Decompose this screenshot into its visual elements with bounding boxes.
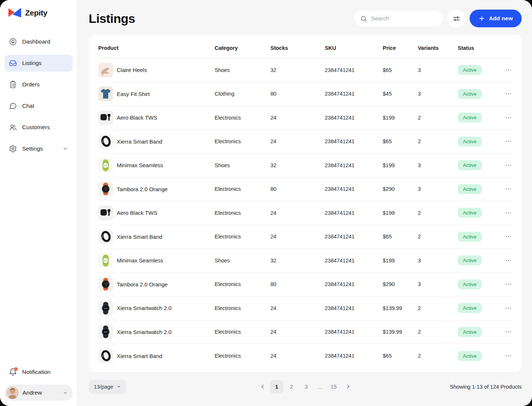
ellipsis-icon [505,90,512,97]
table-row[interactable]: Xierra Smart Band Electronics 24 2384741… [98,130,512,154]
tambora-orange-image [98,182,113,196]
table-row[interactable]: Tambora 2.0 Orange Electronics 80 238474… [98,273,512,297]
search-icon [360,15,367,22]
row-actions-button[interactable] [497,209,512,217]
ellipsis-icon [505,209,512,217]
ellipsis-icon [505,185,512,193]
table-row[interactable]: Tambora 2.0 Orange Electronics 80 238474… [98,178,512,202]
aero-black-tws-image [98,206,113,220]
notification-button[interactable]: Notification [4,365,73,379]
ellipsis-icon [505,66,512,74]
category-cell: Electronics [215,138,270,144]
variants-cell: 3 [418,258,458,264]
table-header-row: Product Category Stocks SKU Price Varian… [98,38,512,58]
page-button-15[interactable]: 15 [327,380,340,393]
settings-icon [9,145,17,153]
avatar [6,386,19,399]
per-page-select[interactable]: 13/page [89,380,126,394]
pagination-bar: 13/page 123...15 Showing 1-13 of 124 Pro… [89,372,522,402]
previous-page-button[interactable] [256,381,269,393]
page-button-2[interactable]: 2 [285,380,298,393]
product-name-cell: Xierra Smart Band [117,353,215,359]
stocks-cell: 24 [270,115,325,121]
status-badge: Active [458,137,482,147]
table-row[interactable]: 10:47 Minimax Seamless Shoes 32 23847412… [98,154,512,178]
price-cell: $65 [383,67,418,73]
category-cell: Shoes [215,67,270,73]
orders-icon [9,80,17,89]
product-name-cell: Aero Black TWS [117,114,215,121]
sku-cell: 2384741241 [325,91,383,97]
table-row[interactable]: 10:47 Xierra Smartwatch 2.0 Electronics … [98,296,512,320]
sku-cell: 2384741241 [325,305,383,311]
user-menu[interactable]: Andrew [4,385,73,401]
row-actions-button[interactable] [497,185,512,193]
add-new-button[interactable]: Add new [470,10,522,27]
price-cell: $45 [383,91,418,97]
svg-text:10:47: 10:47 [103,165,108,166]
status-badge: Active [458,303,482,313]
product-name-cell: Easy Fit Shirt [117,91,215,97]
category-cell: Electronics [215,210,270,216]
sidebar-item-dashboard[interactable]: Dashboard [4,33,73,50]
row-actions-button[interactable] [497,90,512,97]
variants-cell: 3 [418,91,458,97]
row-actions-button[interactable] [497,162,512,169]
page-header: Listings [89,10,522,27]
table-row[interactable]: Aero Black TWS Electronics 24 2384741241… [98,106,512,130]
svg-text:10:47: 10:47 [104,307,108,309]
row-actions-button[interactable] [497,66,512,74]
stocks-cell: 24 [270,234,325,240]
sku-cell: 2384741241 [325,162,383,168]
status-badge: Active [458,255,482,265]
claire-heels-image [98,63,113,78]
svg-text:10:47: 10:47 [103,260,108,262]
notification-dot [14,367,18,371]
easy-fit-shirt-image [98,86,113,101]
column-header-variants: Variants [418,45,458,51]
chevron-down-icon [63,390,68,395]
page-button-1[interactable]: 1 [270,380,283,393]
row-actions-button[interactable] [497,352,512,359]
filter-button[interactable] [447,10,465,27]
sidebar-nav: DashboardListingsOrdersChatCustomersSett… [4,33,73,157]
row-actions-button[interactable] [497,281,512,288]
table-row[interactable]: Aero Black TWS Electronics 24 2384741241… [98,201,512,225]
row-actions-button[interactable] [497,257,512,264]
table-row[interactable]: Xierra Smart Band Electronics 24 2384741… [98,344,512,368]
main-content: Listings [78,0,532,406]
status-badge: Active [458,232,482,242]
stocks-cell: 24 [270,329,325,335]
sidebar-item-chat[interactable]: Chat [4,97,73,114]
table-row[interactable]: Claire Heels Shoes 32 2384741241 $65 3 A… [98,58,512,82]
next-page-button[interactable] [342,381,354,393]
product-name-cell: Xierra Smartwatch 2.0 [117,329,215,335]
table-row[interactable]: 10:47 Xierra Smartwatch 2.0 Electronics … [98,320,512,344]
price-cell: $199 [383,210,418,216]
sidebar-item-customers[interactable]: Customers [4,119,73,136]
row-actions-button[interactable] [497,304,512,312]
chevron-down-icon [116,384,121,389]
status-badge: Active [458,184,482,194]
xierra-smart-band-image [98,134,113,149]
search-input[interactable] [371,15,437,22]
product-name-cell: Aero Black TWS [117,210,215,216]
sidebar-item-orders[interactable]: Orders [4,76,73,93]
row-actions-button[interactable] [497,233,512,240]
sku-cell: 2384741241 [325,353,383,359]
table-row[interactable]: Easy Fit Shirt Clothing 80 2384741241 $4… [98,82,512,106]
chevron-left-icon [259,383,266,390]
row-actions-button[interactable] [497,328,512,336]
listings-table-card: Product Category Stocks SKU Price Varian… [89,35,522,372]
row-actions-button[interactable] [497,114,512,121]
status-badge: Active [458,89,482,99]
sidebar-item-listings[interactable]: Listings [4,55,73,72]
chevron-right-icon [345,383,351,390]
row-actions-button[interactable] [497,138,512,145]
page-button-3[interactable]: 3 [300,380,313,393]
sidebar-item-settings[interactable]: Settings [4,140,73,157]
price-cell: $65 [383,353,418,359]
column-header-product: Product [98,45,215,51]
table-row[interactable]: 10:47 Minimax Seamless Shoes 32 23847412… [98,249,512,273]
table-row[interactable]: Xierra Smart Band Electronics 24 2384741… [98,225,512,249]
